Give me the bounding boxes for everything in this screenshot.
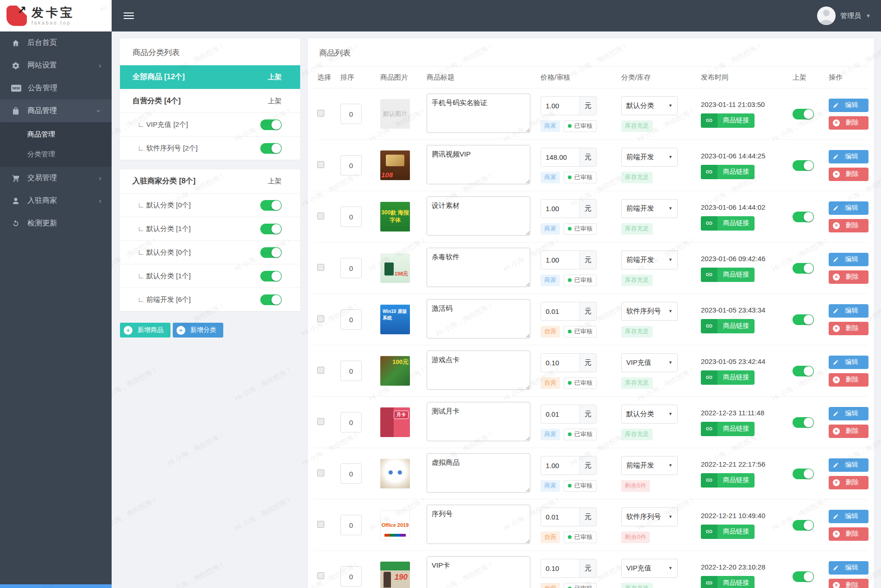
row-checkbox[interactable] (317, 264, 324, 271)
delete-button[interactable]: ✕ 删除 (829, 322, 868, 335)
add-category-button[interactable]: + 新增分类 (173, 323, 223, 338)
category-select[interactable]: 前端开发 ▼ (621, 199, 678, 218)
category-row-frontend-dev[interactable]: 前端开发 [6个] (120, 288, 300, 311)
delete-button[interactable]: ✕ 删除 (829, 219, 868, 232)
category-select[interactable]: VIP充值 ▼ (621, 353, 678, 372)
sidebar-subitem-category-management[interactable]: 分类管理 (0, 144, 112, 164)
product-title-textarea[interactable] (427, 350, 530, 390)
price-input[interactable] (541, 251, 579, 269)
edit-button[interactable]: 编辑 (829, 150, 868, 163)
row-checkbox[interactable] (317, 110, 324, 117)
category-toggle[interactable] (260, 119, 282, 130)
category-row-default-3[interactable]: 默认分类 [0个] (120, 240, 300, 264)
sidebar-item-merchants[interactable]: 入驻商家 › (0, 189, 112, 212)
sidebar-item-trade-management[interactable]: 交易管理 › (0, 167, 112, 189)
sort-input[interactable] (340, 155, 362, 175)
row-checkbox[interactable] (317, 469, 324, 476)
row-checkbox[interactable] (317, 572, 324, 579)
edit-button[interactable]: 编辑 (829, 407, 868, 420)
product-title-textarea[interactable] (427, 94, 530, 133)
product-link-button[interactable]: 商品链接 (701, 216, 755, 231)
category-select[interactable]: 默认分类 ▼ (621, 96, 678, 115)
row-checkbox[interactable] (317, 367, 324, 374)
price-input[interactable] (541, 302, 579, 320)
category-row-default-4[interactable]: 默认分类 [1个] (120, 264, 300, 288)
category-row-all-products[interactable]: 全部商品 [12个] 上架 (120, 65, 300, 89)
category-toggle[interactable] (260, 247, 282, 258)
sort-input[interactable] (340, 206, 362, 227)
delete-button[interactable]: ✕ 删除 (829, 270, 868, 284)
product-link-button[interactable]: 商品链接 (701, 525, 755, 539)
product-link-button[interactable]: 商品链接 (701, 422, 755, 436)
price-input[interactable] (541, 508, 579, 526)
category-select[interactable]: 前端开发 ▼ (621, 456, 678, 475)
product-title-textarea[interactable] (427, 196, 530, 236)
sort-input[interactable] (340, 309, 362, 330)
price-input[interactable] (541, 559, 579, 577)
sort-input[interactable] (340, 361, 362, 381)
category-row-vip-recharge[interactable]: VIP充值 [2个] (120, 113, 300, 136)
category-select[interactable]: VIP充值 ▼ (621, 559, 678, 578)
price-input[interactable] (541, 97, 579, 115)
sidebar-item-dashboard[interactable]: 后台首页 (0, 31, 112, 54)
product-title-textarea[interactable] (427, 299, 530, 338)
edit-button[interactable]: 编辑 (829, 304, 868, 318)
edit-button[interactable]: 编辑 (829, 510, 868, 523)
product-title-textarea[interactable] (427, 402, 530, 441)
category-toggle[interactable] (260, 294, 282, 305)
product-link-button[interactable]: 商品链接 (701, 473, 755, 488)
on-sale-toggle[interactable] (793, 520, 814, 531)
price-input[interactable] (541, 148, 579, 166)
sort-input[interactable] (340, 104, 362, 124)
price-input[interactable] (541, 457, 579, 475)
row-checkbox[interactable] (317, 315, 324, 322)
edit-button[interactable]: 编辑 (829, 458, 868, 472)
on-sale-toggle[interactable] (793, 366, 814, 376)
category-row-default-2[interactable]: 默认分类 [1个] (120, 217, 300, 240)
on-sale-toggle[interactable] (793, 109, 814, 119)
category-row-self-group[interactable]: 自营分类 [4个] 上架 (120, 89, 300, 113)
product-title-textarea[interactable] (427, 505, 530, 544)
delete-button[interactable]: ✕ 删除 (829, 476, 868, 489)
on-sale-toggle[interactable] (793, 160, 814, 171)
sort-input[interactable] (340, 412, 362, 432)
category-toggle[interactable] (260, 224, 282, 234)
product-title-textarea[interactable] (427, 556, 530, 588)
sort-input[interactable] (340, 566, 362, 587)
category-select[interactable]: 前端开发 ▼ (621, 148, 678, 167)
delete-button[interactable]: ✕ 删除 (829, 527, 868, 541)
product-link-button[interactable]: 商品链接 (701, 576, 755, 588)
sort-input[interactable] (340, 258, 362, 278)
on-sale-toggle[interactable] (793, 314, 814, 325)
delete-button[interactable]: ✕ 删除 (829, 116, 868, 130)
product-link-button[interactable]: 商品链接 (701, 268, 755, 282)
sidebar-item-check-update[interactable]: 检测更新 (0, 212, 112, 235)
product-title-textarea[interactable] (427, 248, 530, 287)
on-sale-toggle[interactable] (793, 417, 814, 428)
edit-button[interactable]: 编辑 (829, 561, 868, 575)
product-title-textarea[interactable] (427, 453, 530, 493)
category-select[interactable]: 前端开发 ▼ (621, 250, 678, 269)
product-link-button[interactable]: 商品链接 (701, 319, 755, 333)
edit-button[interactable]: 编辑 (829, 99, 868, 112)
on-sale-toggle[interactable] (793, 571, 814, 582)
sort-input[interactable] (340, 463, 362, 484)
sort-input[interactable] (340, 515, 362, 535)
category-select[interactable]: 软件序列号 ▼ (621, 507, 678, 526)
sidebar-item-announcements[interactable]: NEW 公告管理 (0, 77, 112, 100)
product-title-textarea[interactable] (427, 145, 530, 184)
on-sale-toggle[interactable] (793, 212, 814, 222)
category-toggle[interactable] (260, 200, 282, 211)
category-toggle[interactable] (260, 271, 282, 281)
price-input[interactable] (541, 405, 579, 423)
row-checkbox[interactable] (317, 161, 324, 168)
row-checkbox[interactable] (317, 213, 324, 219)
sidebar-item-site-settings[interactable]: 网站设置 › (0, 54, 112, 77)
on-sale-toggle[interactable] (793, 469, 814, 479)
delete-button[interactable]: ✕ 删除 (829, 425, 868, 438)
category-toggle[interactable] (260, 143, 282, 154)
product-link-button[interactable]: 商品链接 (701, 165, 755, 179)
category-row-default-1[interactable]: 默认分类 [0个] (120, 193, 300, 217)
sidebar-item-product-management[interactable]: 商品管理 › (0, 100, 112, 122)
delete-button[interactable]: ✕ 删除 (829, 373, 868, 387)
